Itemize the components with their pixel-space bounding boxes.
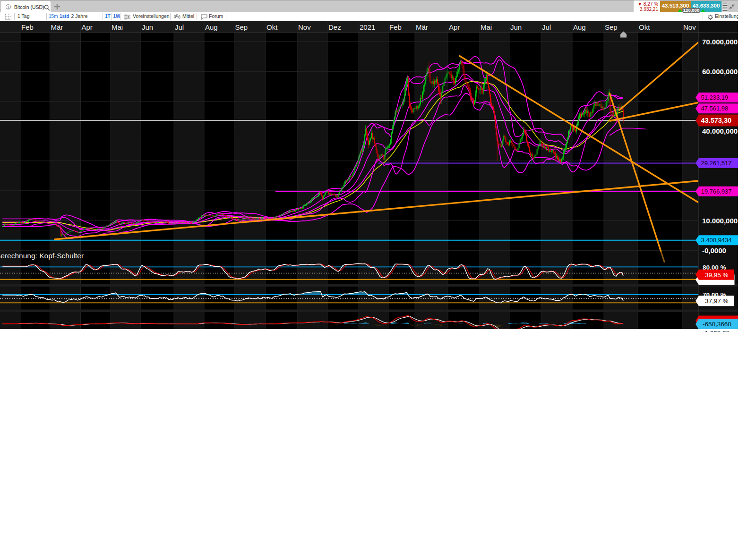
svg-text:Aug: Aug: [573, 23, 586, 31]
svg-text:Okt: Okt: [639, 23, 650, 31]
svg-text:Mai: Mai: [481, 23, 492, 31]
svg-text:Feb: Feb: [21, 23, 34, 31]
svg-text:51.233,19: 51.233,19: [701, 94, 729, 101]
svg-text:47.561,98: 47.561,98: [701, 105, 729, 112]
svg-text:39,95 %: 39,95 %: [705, 271, 729, 279]
svg-text:Sep: Sep: [605, 23, 618, 31]
svg-text:Aug: Aug: [205, 23, 218, 31]
svg-text:Jun: Jun: [142, 23, 153, 31]
svg-text:Apr: Apr: [82, 23, 93, 31]
svg-text:40.000,000: 40.000,000: [702, 127, 738, 135]
svg-text:-0,0000: -0,0000: [702, 246, 726, 254]
svg-text:Mai: Mai: [112, 23, 123, 31]
svg-text:Jul: Jul: [542, 23, 551, 31]
svg-text:Feb: Feb: [389, 23, 402, 31]
svg-text:Jul: Jul: [175, 23, 184, 31]
svg-text:Apr: Apr: [449, 23, 460, 31]
svg-text:37,97 %: 37,97 %: [705, 297, 729, 305]
svg-text:3.400,9434: 3.400,9434: [701, 237, 732, 244]
svg-text:29.261,517: 29.261,517: [701, 160, 732, 167]
svg-text:Jun: Jun: [510, 23, 522, 31]
svg-text:Dez: Dez: [328, 23, 341, 31]
svg-text:Sep: Sep: [235, 23, 248, 31]
svg-text:Berechnung: Kopf-Schulter: Berechnung: Kopf-Schulter: [0, 252, 84, 260]
svg-text:Mär: Mär: [51, 23, 63, 31]
svg-text:2021: 2021: [360, 23, 375, 31]
svg-text:Okt: Okt: [266, 23, 278, 31]
svg-text:-650,3660: -650,3660: [703, 321, 731, 328]
svg-text:43.573,30: 43.573,30: [701, 117, 732, 124]
svg-text:70.000,000: 70.000,000: [702, 38, 738, 46]
svg-text:Nov: Nov: [298, 23, 311, 31]
svg-text:Mär: Mär: [416, 23, 428, 31]
svg-text:Nov: Nov: [683, 23, 696, 31]
svg-text:60.000,000: 60.000,000: [702, 68, 738, 76]
svg-text:19.766,937: 19.766,937: [701, 188, 732, 195]
svg-text:10.000,000: 10.000,000: [702, 217, 738, 225]
